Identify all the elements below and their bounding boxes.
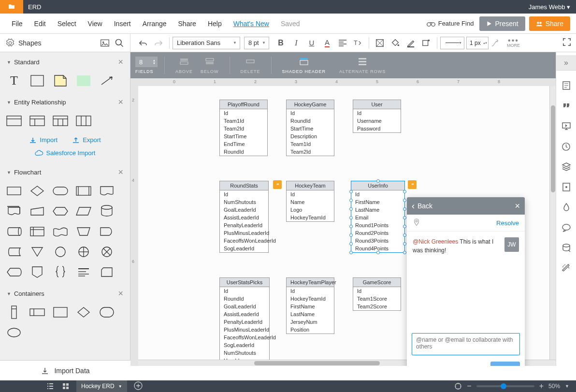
underline-button[interactable]: U [305,36,318,50]
droplet-icon[interactable] [556,197,576,218]
fc-offpage[interactable] [29,265,45,279]
menu-arrange[interactable]: Arrange [137,20,173,28]
erd-playoff-round[interactable]: PlayoffRound Id Team1Id Team2Id StartTim… [219,100,268,156]
fc-internal[interactable] [29,225,45,238]
erd-round-stats[interactable]: RoundStats Id NumShutouts GoalLeaderId A… [219,181,269,253]
text-color-button[interactable]: A [320,36,334,50]
history-icon[interactable] [556,136,576,157]
fc-or[interactable] [75,245,92,259]
zoom-level[interactable]: 50% [548,383,560,390]
zoom-out-button[interactable]: − [467,382,471,391]
line-width-select[interactable]: 1 px [466,37,489,49]
menu-insert[interactable]: Insert [108,20,137,28]
erd-game-score[interactable]: GameScore Id Team1Score Team2Score [353,277,401,311]
presentation-icon[interactable] [556,116,576,136]
menu-help[interactable]: Help [202,20,228,28]
bold-button[interactable]: B [274,36,288,50]
fc-database[interactable] [99,204,115,218]
text-options-button[interactable]: T [351,36,365,50]
page-settings-icon[interactable] [556,75,576,96]
user-menu[interactable]: James Webb ▾ [529,3,570,11]
comment-input[interactable] [412,333,520,355]
list-view-icon[interactable] [43,380,58,392]
fc-card[interactable] [99,265,115,279]
reply-button[interactable]: Reply [490,362,520,366]
search-icon[interactable] [115,38,124,48]
text-shape[interactable]: T [6,74,22,87]
cont-3[interactable] [52,305,69,319]
export-link[interactable]: Export [72,136,101,144]
document-folder-icon[interactable] [0,0,23,14]
fc-direct-data[interactable] [6,225,22,238]
fc-paper-tape[interactable] [52,225,69,238]
shape-options-button[interactable] [419,36,433,50]
arrow-shape[interactable] [99,74,115,87]
page-tab[interactable]: Hockey ERD [76,380,127,392]
close-icon[interactable]: × [118,57,123,67]
shape-fill-button[interactable] [373,36,387,50]
erd-user-stats-picks[interactable]: UserStatsPicks Id RoundId GoalLeaderId A… [219,277,270,365]
delete-button[interactable]: ×DELETE [241,57,260,74]
data-linking-icon[interactable] [556,238,576,258]
fullscreen-button[interactable] [562,38,571,48]
image-icon[interactable] [100,39,110,47]
zoom-slider[interactable] [476,385,534,387]
er-shape-1[interactable] [6,114,22,128]
feature-find[interactable]: Feature Find [427,20,474,27]
more-button[interactable]: •••MORE [507,38,520,48]
close-icon[interactable]: × [118,289,123,299]
fc-multidoc[interactable] [6,204,22,218]
font-size-select[interactable]: 8 pt [244,37,269,49]
block-shape[interactable] [75,74,92,87]
import-data-button[interactable]: Import Data [0,360,130,380]
shaded-header-button[interactable]: SHADED HEADER [282,57,326,74]
erd-user-info[interactable]: UserInfo Id FirstName LastName Email Rou… [351,181,405,253]
fill-color-button[interactable] [389,36,402,50]
gear-icon[interactable] [6,39,14,47]
zoom-in-button[interactable]: + [539,382,544,391]
menu-file[interactable]: File [6,20,29,28]
er-shape-4[interactable] [75,114,92,128]
quote-icon[interactable] [556,96,576,116]
collapse-right-panel[interactable]: » [556,55,576,71]
insert-above-button[interactable]: ABOVE [175,57,193,74]
salesforce-import-link[interactable]: Salesforce Import [0,147,130,162]
erd-hockey-team-player[interactable]: HockeyTeamPlayer Id HockeyTeamId FirstNa… [286,277,334,334]
line-style-select[interactable] [440,37,464,49]
rect-shape[interactable] [29,74,45,87]
fc-note[interactable] [75,265,92,279]
master-page-icon[interactable] [556,177,576,197]
er-shape-2[interactable] [29,114,45,128]
fc-preparation[interactable] [52,204,69,218]
grid-view-icon[interactable] [58,380,73,392]
cont-4[interactable] [75,305,92,319]
fc-brace[interactable] [52,265,69,279]
import-link[interactable]: Import [29,136,58,144]
comments-icon[interactable] [556,218,576,238]
fc-summing[interactable] [99,245,115,259]
erd-user[interactable]: User Id Username Password [353,100,401,133]
line-arrow-button[interactable] [490,36,503,50]
redo-button[interactable] [152,36,165,50]
canvas[interactable]: PlayoffRound Id Team1Id Team2Id StartTim… [138,86,556,366]
fc-terminator[interactable] [52,184,69,198]
italic-button[interactable]: I [289,36,303,50]
section-containers[interactable]: ▼Containers× [0,284,130,304]
align-button[interactable] [336,36,349,50]
alternate-rows-button[interactable]: ALTERNATE ROWS [339,57,386,74]
fc-process[interactable] [6,184,22,198]
magic-icon[interactable] [556,258,576,278]
zoom-target-icon[interactable] [454,382,462,390]
comment-close-button[interactable]: × [515,201,520,211]
insert-below-button[interactable]: BELOW [201,57,219,74]
fields-count[interactable]: 8 [135,57,158,67]
section-flowchart[interactable]: ▼Flowchart× [0,162,130,182]
er-shape-3[interactable] [52,114,69,128]
comment-marker[interactable]: ❝ [408,180,417,189]
cont-1[interactable] [6,305,22,319]
line-color-button[interactable] [404,36,418,50]
menu-view[interactable]: View [82,20,108,28]
font-select[interactable]: Liberation Sans [173,37,240,49]
pin-icon[interactable] [413,218,420,227]
menu-select[interactable]: Select [52,20,82,28]
